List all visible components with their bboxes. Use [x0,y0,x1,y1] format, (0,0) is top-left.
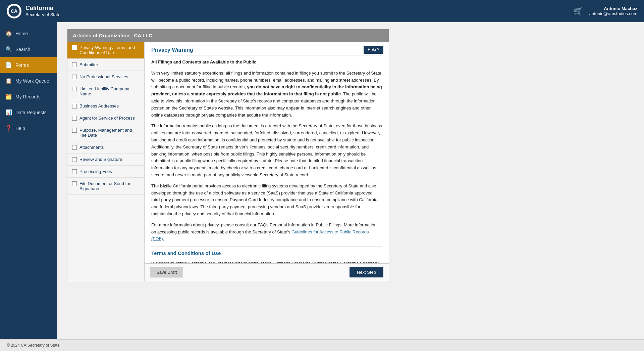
content-area: Articles of Organization - CA LLC Privac… [57,22,644,339]
step-label-agent-service: Agent for Service of Process [79,116,135,121]
cart-icon[interactable]: 🛒 [574,7,583,15]
para2: The information remains public as long a… [151,123,382,178]
sidebar-icon-home: 🏠 [5,30,12,37]
step-checkbox-agent-service [72,116,77,121]
step-label-business-addresses: Business Addresses [79,103,119,108]
terms-text-body: Welcome to bizfile California, the Inter… [151,260,382,263]
sidebar-label-home: Home [15,31,28,36]
step-label-review-signature: Review and Signature [79,157,122,162]
step-checkbox-privacy-warning [72,45,77,50]
privacy-warning-title: Privacy Warning [151,47,382,55]
sidebar-icon-my-records: 🗂️ [5,93,12,100]
sidebar-icon-forms: 📄 [5,62,12,68]
para3-bold: biz [160,183,166,188]
form-content: Help ? Privacy Warning All Filings and C… [145,42,389,263]
sidebar: 🏠Home🔍Search📄Forms📋My Work Queue🗂️My Rec… [0,22,57,339]
user-name: Antonio Machaz [589,6,637,11]
step-label-attachments: Attachments [79,145,104,150]
sidebar-label-data-requests: Data Requests [15,110,47,115]
form-footer: Save Draft Next Step [145,263,389,281]
terms-prefix: Welcome to [151,261,175,263]
step-item-privacy-warning[interactable]: Privacy Warning / Terms and Conditions o… [67,42,144,59]
step-label-llc-name: Limited Liability Company Name [79,86,140,96]
step-checkbox-purpose-management [72,128,77,133]
top-header: CA California Secretary of State 🛒 Anton… [0,0,644,22]
sidebar-item-forms[interactable]: 📄Forms [0,57,57,73]
public-record-heading: All Filings and Contents are Available t… [151,59,256,64]
step-item-business-addresses[interactable]: Business Addresses [67,100,144,112]
user-info: Antonio Machaz antonio@amstudios.com [589,6,637,16]
step-item-processing-fees[interactable]: Processing Fees [67,166,144,178]
sidebar-label-my-work-queue: My Work Queue [15,78,49,84]
step-item-llc-name[interactable]: Limited Liability Company Name [67,83,144,100]
step-checkbox-no-professional-services [72,75,77,79]
step-checkbox-submitter [72,62,77,67]
next-step-button[interactable]: Next Step [350,267,383,277]
sidebar-icon-search: 🔍 [5,46,12,52]
svg-text:CA: CA [11,8,17,14]
step-item-agent-service[interactable]: Agent for Service of Process [67,112,144,124]
para3-prefix: The [151,183,160,188]
step-item-review-signature[interactable]: Review and Signature [67,153,144,166]
steps-panel: Privacy Warning / Terms and Conditions o… [67,42,145,281]
step-label-processing-fees: Processing Fees [79,169,112,174]
sidebar-icon-my-work-queue: 📋 [5,78,12,84]
step-label-purpose-management: Purpose, Management and File Date [79,128,140,138]
step-item-no-professional-services[interactable]: No Professional Services [67,71,144,83]
step-checkbox-file-document [72,181,77,186]
terms-title: Terms and Conditions of Use [151,250,382,256]
form-body: Privacy Warning / Terms and Conditions o… [67,42,389,281]
logo: CA [7,4,21,18]
sidebar-item-home[interactable]: 🏠Home [0,26,57,41]
terms-bold: biz [175,261,181,263]
save-draft-button[interactable]: Save Draft [150,267,183,277]
main-layout: 🏠Home🔍Search📄Forms📋My Work Queue🗂️My Rec… [0,22,644,339]
step-checkbox-business-addresses [72,104,77,108]
step-label-no-professional-services: No Professional Services [79,74,128,79]
step-item-purpose-management[interactable]: Purpose, Management and File Date [67,124,144,141]
header-right: 🛒 Antonio Machaz antonio@amstudios.com [574,6,637,16]
form-right: Help ? Privacy Warning All Filings and C… [145,42,389,281]
step-checkbox-attachments [72,145,77,150]
step-label-privacy-warning: Privacy Warning / Terms and Conditions o… [79,45,140,55]
sidebar-item-search[interactable]: 🔍Search [0,41,57,57]
step-checkbox-processing-fees [72,169,77,174]
sidebar-item-help[interactable]: ❓Help [0,120,57,136]
sidebar-label-forms: Forms [15,62,29,68]
copyright: © 2024 CA Secretary of State [7,343,60,348]
step-label-submitter: Submitter [79,62,98,67]
step-item-submitter[interactable]: Submitter [67,59,144,71]
sidebar-label-search: Search [15,47,30,52]
sidebar-item-data-requests[interactable]: 📊Data Requests [0,104,57,120]
sidebar-item-my-records[interactable]: 🗂️My Records [0,89,57,104]
step-checkbox-review-signature [72,157,77,162]
header-left: CA California Secretary of State [7,4,60,18]
para3-text: file California portal provides access t… [151,183,377,216]
form-container: Articles of Organization - CA LLC Privac… [67,29,389,281]
divider [151,247,382,247]
sidebar-icon-help: ❓ [5,125,12,131]
form-title: Articles of Organization - CA LLC [67,29,389,42]
sidebar-item-my-work-queue[interactable]: 📋My Work Queue [0,73,57,89]
help-button[interactable]: Help ? [364,46,383,54]
step-label-file-document: File Document or Send for Signatures [79,181,140,191]
step-item-attachments[interactable]: Attachments [67,141,144,153]
site-title: California Secretary of State [25,5,60,17]
privacy-text-body: All Filings and Contents are Available t… [151,59,382,243]
page-footer: © 2024 CA Secretary of State [0,339,644,351]
sidebar-icon-data-requests: 📊 [5,109,12,116]
sidebar-label-help: Help [15,126,25,131]
step-item-file-document[interactable]: File Document or Send for Signatures [67,178,144,195]
user-email: antonio@amstudios.com [589,11,637,16]
step-checkbox-llc-name [72,87,77,91]
terms-text1: file California, the Internet website po… [151,261,379,263]
sidebar-label-my-records: My Records [15,94,41,99]
